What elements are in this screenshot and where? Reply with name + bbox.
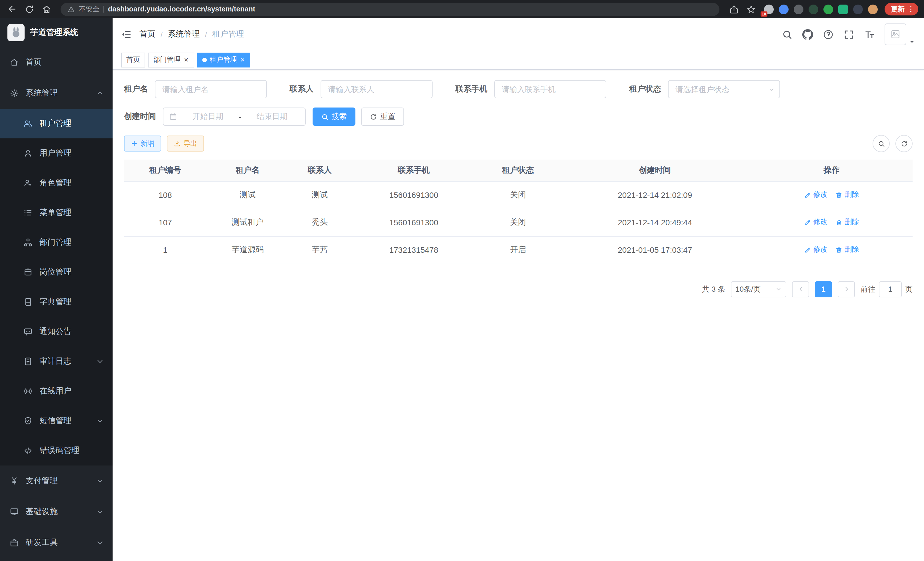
table-cell: 108 (124, 181, 207, 209)
infra-icon (10, 507, 19, 516)
navbar: 首页/系统管理/租户管理 (112, 18, 924, 50)
extension-icon[interactable] (824, 4, 833, 14)
add-button-label: 新增 (141, 139, 154, 148)
goto-page-input[interactable] (879, 281, 902, 297)
view-tab[interactable]: 部门管理× (148, 52, 194, 67)
update-button[interactable]: 更新 (885, 3, 918, 15)
back-icon[interactable] (6, 3, 18, 15)
fullscreen-icon[interactable] (843, 29, 854, 40)
table-cell: 芋艿 (289, 236, 351, 264)
contact-input[interactable] (321, 80, 433, 98)
sidebar-item[interactable]: 租户管理 (0, 109, 112, 138)
column-header: 租户编号 (124, 159, 207, 181)
share-icon[interactable] (728, 3, 740, 15)
hamburger-icon[interactable] (121, 29, 131, 39)
extension-icon[interactable] (794, 4, 803, 14)
sidebar-item-label: 短信管理 (39, 416, 71, 426)
tenant-name-input[interactable] (155, 80, 267, 98)
delete-button[interactable]: 删除 (836, 190, 859, 200)
post-icon (23, 268, 33, 277)
browser-profile-avatar[interactable] (868, 4, 878, 14)
sidebar-item[interactable]: 系统管理 (0, 78, 112, 109)
toolbar-right (873, 135, 913, 152)
edit-button[interactable]: 修改 (804, 218, 828, 227)
current-page[interactable]: 1 (815, 281, 832, 297)
address-bar[interactable]: 不安全 dashboard.yudao.iocoder.cn/system/te… (61, 3, 719, 16)
notice-icon (23, 327, 33, 336)
search-button[interactable]: 搜索 (313, 108, 356, 126)
sidebar-item-label: 首页 (26, 57, 42, 68)
next-page-button[interactable] (838, 281, 855, 297)
close-tab-icon[interactable]: × (240, 56, 245, 63)
table-header-row: 租户编号租户名联系人联系手机租户状态创建时间操作 (124, 159, 913, 181)
reload-icon[interactable] (23, 3, 35, 15)
app-logo[interactable]: 芋道管理系统 (0, 18, 112, 47)
end-date-placeholder[interactable]: 结束日期 (245, 111, 300, 122)
breadcrumb-item[interactable]: 首页 (140, 29, 155, 39)
status-select[interactable] (668, 80, 780, 98)
view-tab[interactable]: 首页 (121, 52, 145, 67)
extension-icon[interactable]: 10 (764, 4, 774, 14)
refresh-table-button[interactable] (896, 135, 913, 152)
start-date-placeholder[interactable]: 开始日期 (181, 111, 236, 122)
sidebar-item[interactable]: 字典管理 (0, 287, 112, 317)
extension-icon[interactable] (838, 4, 848, 14)
github-icon[interactable] (802, 29, 813, 40)
export-button[interactable]: 导出 (167, 135, 204, 152)
user-icon (23, 149, 33, 158)
tabs-bar: 首页部门管理×租户管理× (112, 50, 924, 70)
bookmark-star-icon[interactable] (745, 3, 757, 15)
mobile-input[interactable] (494, 80, 606, 98)
extension-icon[interactable] (808, 4, 818, 14)
sidebar-item[interactable]: 审计日志 (0, 347, 112, 376)
sidebar-item[interactable]: 通知公告 (0, 317, 112, 347)
sidebar-item[interactable]: 短信管理 (0, 406, 112, 436)
sidebar-item[interactable]: 错误码管理 (0, 436, 112, 465)
delete-button[interactable]: 删除 (836, 218, 859, 227)
add-button[interactable]: 新增 (124, 135, 161, 152)
sidebar-item[interactable]: 角色管理 (0, 168, 112, 198)
search-icon[interactable] (782, 29, 793, 40)
sidebar-item-label: 审计日志 (39, 356, 71, 367)
navbar-icons (782, 23, 915, 45)
font-size-icon[interactable] (864, 29, 875, 40)
extension-icon[interactable] (779, 4, 789, 14)
table-cell: 测试租户 (207, 209, 289, 236)
extension-icon[interactable] (853, 4, 863, 14)
sidebar-item[interactable]: 部门管理 (0, 228, 112, 257)
prev-page-button[interactable] (792, 281, 809, 297)
browser-home-icon[interactable] (40, 3, 52, 15)
user-avatar-menu[interactable] (885, 23, 915, 45)
edit-label: 修改 (813, 245, 828, 255)
view-tab[interactable]: 租户管理× (197, 52, 250, 67)
security-label: 不安全 (79, 4, 99, 14)
page-size-select[interactable]: 10条/页 (731, 281, 786, 297)
sidebar-item[interactable]: 支付管理 (0, 465, 112, 496)
sidebar: 芋道管理系统 首页系统管理租户管理用户管理角色管理菜单管理部门管理岗位管理字典管… (0, 18, 112, 561)
gear-icon (10, 89, 19, 98)
mobile-label: 联系手机 (455, 84, 488, 94)
contact-label: 联系人 (290, 84, 314, 94)
toggle-search-button[interactable] (873, 135, 890, 152)
reset-button[interactable]: 重置 (361, 108, 404, 126)
breadcrumb-item[interactable]: 系统管理 (168, 29, 200, 39)
sidebar-item[interactable]: 菜单管理 (0, 198, 112, 228)
edit-button[interactable]: 修改 (804, 190, 828, 200)
delete-button[interactable]: 删除 (836, 245, 859, 255)
sidebar-item[interactable]: 基础设施 (0, 496, 112, 527)
sidebar-item[interactable]: 首页 (0, 47, 112, 78)
sidebar-item[interactable]: 用户管理 (0, 138, 112, 168)
refresh-icon (370, 113, 377, 120)
help-icon[interactable] (823, 29, 834, 40)
dict-icon (23, 297, 33, 307)
edit-button[interactable]: 修改 (804, 245, 828, 255)
edit-label: 修改 (813, 190, 828, 200)
actions-cell: 修改删除 (751, 181, 913, 209)
close-tab-icon[interactable]: × (183, 56, 189, 63)
sidebar-item[interactable]: 岗位管理 (0, 257, 112, 287)
sidebar-item[interactable]: 研发工具 (0, 527, 112, 558)
actions-cell: 修改删除 (751, 236, 913, 264)
plus-icon (131, 140, 138, 147)
date-range-picker[interactable]: 开始日期 - 结束日期 (163, 108, 306, 126)
sidebar-item[interactable]: 在线用户 (0, 376, 112, 406)
